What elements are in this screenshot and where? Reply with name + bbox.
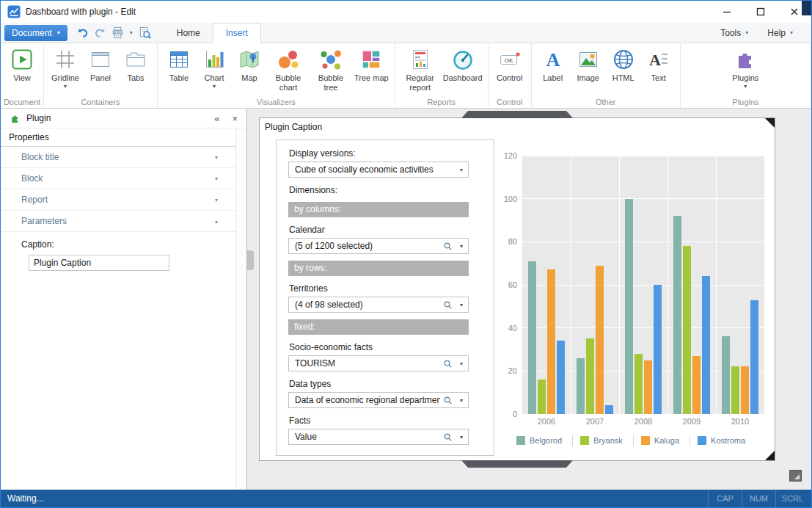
bar-bryansk-2009[interactable] bbox=[683, 246, 691, 414]
bar-belgorod-2006[interactable] bbox=[528, 261, 536, 414]
plugin-widget[interactable]: Plugin Caption Display versions:Cube of … bbox=[259, 117, 775, 461]
bar-belgorod-2008[interactable] bbox=[625, 199, 633, 414]
x-tick-label: 2008 bbox=[619, 414, 667, 427]
status-toggle-scrl[interactable]: SCRL bbox=[775, 490, 809, 507]
tab-home[interactable]: Home bbox=[164, 23, 213, 43]
tools-menu[interactable]: Tools ▾ bbox=[711, 28, 758, 38]
bar-bryansk-2008[interactable] bbox=[634, 354, 643, 414]
document-menu-button[interactable]: Document ▾ bbox=[4, 25, 67, 41]
bar-belgorod-2010[interactable] bbox=[722, 336, 730, 414]
chevron-down-icon[interactable]: ▾ bbox=[455, 397, 468, 404]
status-toggle-cap[interactable]: CAP bbox=[708, 490, 742, 507]
chevron-down-icon[interactable]: ▾ bbox=[455, 167, 468, 173]
widget-resize-handle-top-right[interactable] bbox=[765, 118, 775, 128]
bar-belgorod-2007[interactable] bbox=[577, 358, 585, 414]
maximize-button[interactable] bbox=[744, 1, 778, 23]
bar-kaluga-2010[interactable] bbox=[741, 366, 749, 414]
ribbon-item-tabs[interactable]: Tabs bbox=[118, 46, 153, 83]
ribbon-item-chart[interactable]: Chart▾ bbox=[197, 46, 232, 90]
ribbon-item-regular-report[interactable]: Regular report bbox=[399, 46, 442, 92]
main-area: Plugin « × Properties Block title▾Block▾… bbox=[1, 109, 811, 490]
redo-button[interactable] bbox=[92, 25, 108, 40]
sidebar-group-parameters[interactable]: Parameters▴ bbox=[1, 211, 235, 232]
chevron-down-icon[interactable]: ▾ bbox=[455, 434, 468, 440]
ribbon-item-bubble-tree[interactable]: Bubble tree bbox=[310, 46, 352, 92]
bar-kaluga-2009[interactable] bbox=[692, 356, 701, 414]
tab-insert[interactable]: Insert bbox=[213, 23, 261, 43]
form-select-4-of-98-selected[interactable]: (4 of 98 selected)▾ bbox=[288, 297, 469, 313]
ribbon-item-panel[interactable]: Panel bbox=[83, 46, 118, 83]
form-select-5-of-1200-selected[interactable]: (5 of 1200 selected)▾ bbox=[288, 238, 469, 254]
print-button[interactable] bbox=[110, 25, 125, 40]
panel-close-button[interactable]: × bbox=[232, 114, 238, 123]
ribbon-item-dashboard[interactable]: Dashboard bbox=[442, 46, 484, 83]
sidebar-group-block-title[interactable]: Block title▾ bbox=[1, 147, 235, 168]
bar-belgorod-2009[interactable] bbox=[673, 216, 681, 414]
widget-bottom-drag-handle[interactable] bbox=[461, 460, 573, 468]
legend-item-kaluga[interactable]: Kaluga bbox=[634, 435, 690, 446]
bar-bryansk-2007[interactable] bbox=[586, 338, 594, 414]
ribbon-item-plugins[interactable]: Plugins▾ bbox=[728, 46, 763, 90]
ribbon-item-control[interactable]: OKControl bbox=[492, 46, 527, 83]
sidebar-group-report[interactable]: Report▾ bbox=[1, 189, 235, 211]
sidebar-groups: Block title▾Block▾Report▾Parameters▴ bbox=[1, 147, 235, 232]
print-preview-button[interactable] bbox=[137, 25, 153, 40]
chart-bars bbox=[522, 156, 764, 414]
status-toggle-num[interactable]: NUM bbox=[742, 490, 775, 507]
bar-kostroma-2006[interactable] bbox=[557, 341, 565, 414]
sidebar-group-block[interactable]: Block▾ bbox=[1, 168, 235, 189]
bar-kostroma-2007[interactable] bbox=[605, 405, 613, 414]
ribbon-item-label[interactable]: ALabel bbox=[535, 46, 571, 83]
bar-kaluga-2006[interactable] bbox=[547, 269, 555, 414]
chevron-down-icon[interactable]: ▾ bbox=[455, 360, 468, 367]
legend-item-bryansk[interactable]: Bryansk bbox=[573, 435, 634, 446]
chevron-down-icon: ▾ bbox=[790, 30, 793, 36]
legend-item-kostroma[interactable]: Kostroma bbox=[690, 435, 756, 446]
ribbon-group-other: ALabelImageHTMLATextOther bbox=[532, 43, 681, 108]
bar-kostroma-2010[interactable] bbox=[750, 300, 758, 414]
legend-label: Belgorod bbox=[530, 436, 562, 445]
minimize-icon bbox=[723, 7, 731, 16]
select-value: TOURISM bbox=[295, 358, 440, 369]
ribbon-item-table[interactable]: Table bbox=[161, 46, 197, 83]
ribbon-item-view[interactable]: View bbox=[4, 46, 40, 83]
panel-icon bbox=[89, 48, 112, 71]
sidebar-group-label: Parameters bbox=[21, 216, 67, 226]
form-select-cube-of-socially-economic-activities[interactable]: Cube of socially economic activities▾ bbox=[288, 162, 469, 178]
print-dropdown-chevron-icon[interactable]: ▾ bbox=[128, 30, 135, 36]
bar-bryansk-2006[interactable] bbox=[538, 380, 546, 414]
bar-kaluga-2007[interactable] bbox=[596, 266, 604, 414]
form-select-data-of-economic-regional-departments[interactable]: Data of economic regional departments▾ bbox=[288, 392, 469, 408]
ribbon-item-image[interactable]: Image bbox=[571, 46, 606, 83]
canvas-scroll-corner-button[interactable] bbox=[789, 470, 802, 482]
chevron-down-icon[interactable]: ▾ bbox=[455, 302, 468, 308]
form-select-value[interactable]: Value▾ bbox=[288, 429, 469, 445]
bar-group-2008 bbox=[619, 156, 667, 414]
undo-button[interactable] bbox=[75, 25, 90, 40]
panel-splitter-grip[interactable] bbox=[247, 250, 254, 270]
minimize-button[interactable] bbox=[710, 1, 744, 23]
chevron-down-icon[interactable]: ▾ bbox=[455, 243, 468, 250]
ribbon-group-items: View bbox=[4, 46, 40, 97]
bar-bryansk-2010[interactable] bbox=[731, 366, 739, 414]
legend-item-belgorod[interactable]: Belgorod bbox=[509, 435, 573, 446]
widget-top-drag-handle[interactable] bbox=[461, 111, 573, 118]
bar-kostroma-2009[interactable] bbox=[702, 276, 710, 414]
dashboard-canvas[interactable]: Plugin Caption Display versions:Cube of … bbox=[247, 109, 811, 490]
chevron-down-icon: ▾ bbox=[57, 30, 60, 36]
ribbon-item-tree-map[interactable]: Tree map bbox=[352, 46, 391, 83]
ribbon-item-gridline[interactable]: Gridline▾ bbox=[48, 46, 83, 90]
form-select-tourism[interactable]: TOURISM▾ bbox=[288, 355, 469, 371]
bar-kaluga-2008[interactable] bbox=[644, 360, 652, 414]
panel-collapse-button[interactable]: « bbox=[214, 114, 219, 123]
widget-resize-handle-bottom-right[interactable] bbox=[765, 451, 775, 460]
panel-scrollbar-track[interactable] bbox=[235, 128, 246, 490]
bar-kostroma-2008[interactable] bbox=[654, 285, 662, 414]
caption-input[interactable] bbox=[29, 255, 169, 271]
ribbon-item-text[interactable]: AText bbox=[641, 46, 676, 83]
ribbon-item-map[interactable]: Map bbox=[232, 46, 267, 83]
ribbon-item-bubble-chart[interactable]: Bubble chart bbox=[267, 46, 310, 92]
quick-access-toolbar: ▾ bbox=[75, 23, 153, 43]
ribbon-item-html[interactable]: HTML bbox=[606, 46, 641, 83]
help-menu[interactable]: Help ▾ bbox=[758, 28, 802, 38]
